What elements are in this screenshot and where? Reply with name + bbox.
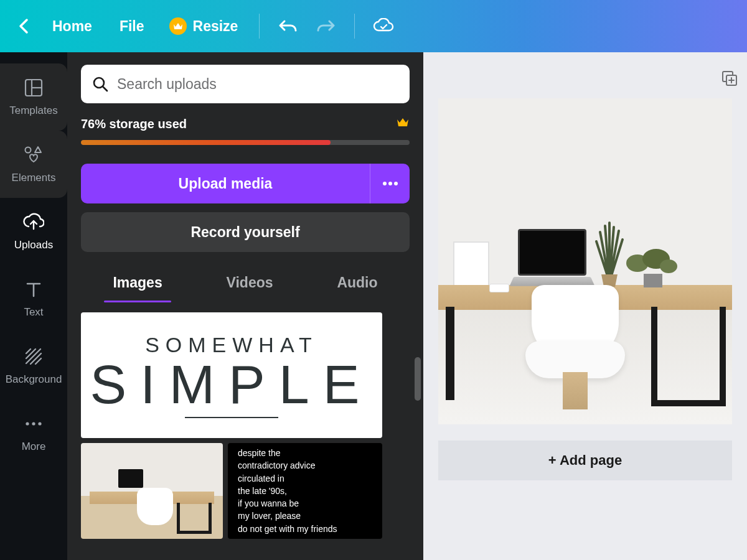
redo-button[interactable] <box>309 10 342 42</box>
record-yourself-button[interactable]: Record yourself <box>81 212 410 252</box>
rail-templates[interactable]: Templates <box>0 63 67 131</box>
thumb-text: despite the <box>238 447 372 459</box>
cloud-sync-button[interactable] <box>367 10 400 42</box>
elements-icon <box>23 144 44 166</box>
thumb-text: if you wanna be <box>238 497 372 510</box>
rail-uploads[interactable]: Uploads <box>0 198 67 265</box>
svg-point-11 <box>388 182 392 185</box>
panel-scrollbar[interactable] <box>415 357 421 401</box>
thumb-text: SIMPLE <box>90 357 374 412</box>
upload-thumbnail[interactable]: despite the contradictory advice circula… <box>228 443 382 539</box>
thumb-text: contradictory advice <box>238 459 372 472</box>
uploads-gallery: SOMEWHAT SIMPLE despite the contradictor… <box>81 312 410 539</box>
toolbar-divider <box>259 14 260 39</box>
rail-label: More <box>22 441 46 453</box>
rail-label: Uploads <box>14 239 53 251</box>
divider <box>185 417 278 418</box>
search-icon <box>92 76 108 92</box>
svg-point-12 <box>394 182 398 185</box>
rail-label: Elements <box>12 172 56 184</box>
rail-label: Background <box>6 373 62 386</box>
storage-bar-fill <box>81 140 331 145</box>
duplicate-page-button[interactable] <box>721 70 738 90</box>
svg-rect-18 <box>644 274 662 287</box>
rail-background[interactable]: Background <box>0 332 67 399</box>
search-input[interactable] <box>117 76 398 93</box>
file-menu[interactable]: File <box>108 13 156 40</box>
upload-media-button[interactable]: Upload media <box>81 164 370 203</box>
resize-button[interactable]: Resize <box>161 12 247 40</box>
toolbar-divider <box>354 14 355 39</box>
add-page-button[interactable]: + Add page <box>438 441 732 480</box>
tab-audio[interactable]: Audio <box>334 268 380 297</box>
storage-text: 76% storage used <box>81 117 187 131</box>
upload-tabs: Images Videos Audio <box>81 268 410 297</box>
home-link[interactable]: Home <box>41 13 103 40</box>
upload-thumbnail[interactable] <box>81 443 223 539</box>
upload-more-button[interactable] <box>370 164 410 203</box>
duplicate-icon <box>721 70 738 87</box>
chevron-left-icon <box>18 17 29 35</box>
crown-icon <box>396 117 410 131</box>
svg-point-5 <box>26 422 29 425</box>
svg-point-3 <box>26 147 31 153</box>
ellipsis-icon <box>382 181 398 186</box>
cloud-check-icon <box>372 18 395 34</box>
crown-icon <box>169 17 187 35</box>
upload-thumbnail[interactable]: SOMEWHAT SIMPLE <box>81 312 382 438</box>
rail-label: Text <box>24 306 43 319</box>
svg-point-17 <box>660 259 677 273</box>
svg-point-10 <box>383 182 387 185</box>
svg-point-7 <box>38 422 41 425</box>
thumb-text: circulated in <box>238 472 372 485</box>
uploads-icon <box>23 212 44 233</box>
text-icon <box>23 279 44 300</box>
thumb-text: do not get with my friends <box>238 523 372 535</box>
design-canvas[interactable] <box>438 98 732 424</box>
rail-text[interactable]: Text <box>0 265 67 332</box>
canvas-area: + Add page <box>423 52 747 560</box>
svg-point-6 <box>32 422 35 425</box>
rail-more[interactable]: More <box>0 399 67 467</box>
rail-label: Templates <box>9 105 57 117</box>
side-rail: Templates Elements Uploads Text Backgrou… <box>0 52 67 560</box>
templates-icon <box>23 77 44 98</box>
storage-bar <box>81 140 410 145</box>
tab-images[interactable]: Images <box>110 268 164 297</box>
uploads-panel: 76% storage used Upload media Record you… <box>67 52 423 560</box>
top-toolbar: Home File Resize <box>0 0 747 52</box>
svg-line-9 <box>103 86 107 91</box>
thumb-text: my lover, please <box>238 510 372 522</box>
back-button[interactable] <box>11 14 36 39</box>
resize-label: Resize <box>193 18 238 35</box>
tab-videos[interactable]: Videos <box>224 268 276 297</box>
rail-elements[interactable]: Elements <box>0 131 67 198</box>
undo-button[interactable] <box>272 10 304 42</box>
redo-icon <box>316 18 336 34</box>
thumb-text: the late '90s, <box>238 485 372 497</box>
undo-icon <box>278 18 298 34</box>
search-uploads[interactable] <box>81 65 410 103</box>
background-icon <box>23 346 44 367</box>
more-icon <box>23 413 44 434</box>
